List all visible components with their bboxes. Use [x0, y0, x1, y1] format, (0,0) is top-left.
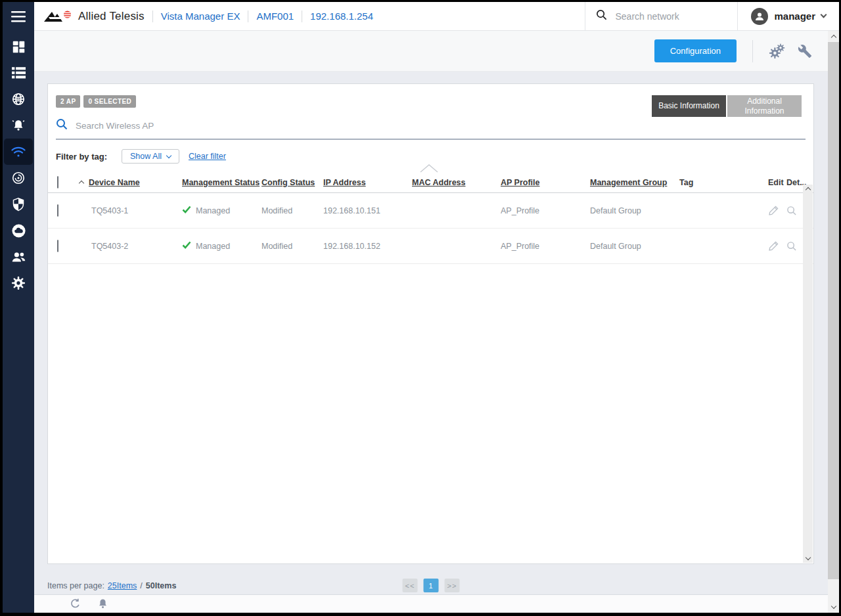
- scrollbar-thumb[interactable]: [828, 42, 839, 579]
- refresh-icon[interactable]: [70, 598, 81, 609]
- sidebar: [3, 2, 34, 613]
- management-status-cell: Managed: [196, 242, 230, 251]
- allied-telesis-logo: Allied Telesis: [43, 9, 145, 24]
- row-checkbox[interactable]: [57, 204, 58, 217]
- window-scrollbar[interactable]: [828, 31, 839, 613]
- sidebar-item-settings[interactable]: [4, 270, 33, 296]
- select-all-checkbox[interactable]: [57, 176, 58, 188]
- logo-mark-icon: [43, 9, 74, 24]
- divider: [152, 11, 153, 22]
- sidebar-item-security[interactable]: [4, 191, 33, 217]
- info-tabs: Basic Information Additional Information: [652, 95, 802, 117]
- network-name: AMF001: [256, 11, 294, 22]
- dashboard-icon: [12, 40, 26, 54]
- divider: [302, 11, 302, 22]
- table-scrollbar[interactable]: [803, 185, 813, 563]
- bell-icon[interactable]: [98, 598, 108, 609]
- edit-pencil-icon[interactable]: [768, 205, 786, 216]
- column-header-ap-profile[interactable]: AP Profile: [501, 178, 590, 187]
- topbar: Allied Telesis Vista Manager EX AMF001 1…: [34, 2, 839, 31]
- managed-check-icon: [182, 206, 191, 215]
- search-wireless-ap-input[interactable]: [76, 121, 806, 131]
- scrollbar-down-button[interactable]: [828, 602, 839, 613]
- sidebar-item-sdwan[interactable]: [4, 165, 33, 191]
- filter-by-tag-label: Filter by tag:: [56, 152, 107, 162]
- details-magnifier-icon[interactable]: [786, 206, 804, 216]
- sidebar-item-events[interactable]: [4, 112, 33, 139]
- wireless-ap-search: [56, 118, 806, 140]
- security-shield-icon: [12, 197, 25, 211]
- wrench-icon[interactable]: [798, 44, 812, 58]
- column-header-edit: Edit: [768, 178, 786, 187]
- page-1-button[interactable]: 1: [424, 579, 439, 592]
- menu-icon[interactable]: [3, 2, 34, 31]
- popover-caret-icon: [420, 164, 438, 175]
- cloud-icon: [11, 223, 26, 238]
- device-name-cell: TQ5403-2: [77, 242, 182, 251]
- table-row: TQ5403-2 Managed Modified 192.168.10.152…: [48, 229, 813, 264]
- controller-ip: 192.168.1.254: [310, 11, 373, 22]
- clear-filter-link[interactable]: Clear filter: [189, 152, 226, 161]
- column-header-mac-address[interactable]: MAC Address: [412, 178, 501, 187]
- sort-ascending-icon: [79, 181, 84, 186]
- user-menu[interactable]: manager: [737, 2, 839, 30]
- user-management-icon: [11, 251, 26, 263]
- previous-page-button[interactable]: <<: [403, 579, 418, 592]
- sidebar-item-cloud[interactable]: [4, 217, 33, 244]
- network-search: [585, 2, 737, 30]
- items-per-page-25-link[interactable]: 25Items: [108, 581, 137, 590]
- column-header-management-status[interactable]: Management Status: [182, 178, 261, 187]
- management-group-cell: Default Group: [590, 242, 679, 251]
- page-toolbar: Configuration: [34, 31, 828, 72]
- network-map-icon: [11, 92, 26, 106]
- column-header-ip-address[interactable]: IP Address: [323, 178, 412, 187]
- tag-filter-value: Show All: [130, 152, 162, 161]
- device-name-cell: TQ5403-1: [77, 206, 182, 215]
- management-group-cell: Default Group: [590, 206, 679, 215]
- sidebar-item-user-management[interactable]: [4, 244, 33, 270]
- sdwan-target-icon: [11, 171, 26, 185]
- config-status-cell: Modified: [261, 206, 323, 215]
- column-header-management-group[interactable]: Management Group: [590, 178, 679, 187]
- footer-bar: [34, 594, 828, 613]
- config-status-cell: Modified: [261, 242, 323, 251]
- column-header-config-status[interactable]: Config Status: [261, 178, 323, 187]
- main-area: Configuration 2 AP 0 SELECTED: [34, 31, 828, 613]
- sidebar-item-wireless[interactable]: [4, 139, 33, 165]
- search-network-input[interactable]: [615, 11, 714, 22]
- scroll-down-icon: [830, 604, 836, 609]
- search-icon: [596, 9, 607, 23]
- events-bell-icon: [11, 118, 26, 133]
- column-header-device-name[interactable]: Device Name: [89, 178, 140, 187]
- items-per-page-label: Items per page:: [47, 581, 104, 590]
- user-avatar-icon: [751, 8, 768, 25]
- ap-profile-cell: AP_Profile: [501, 242, 590, 251]
- tab-additional-information[interactable]: Additional Information: [727, 95, 802, 117]
- settings-gears-icon[interactable]: [769, 43, 786, 59]
- app-title: Vista Manager EX: [161, 11, 240, 22]
- app-window: Allied Telesis Vista Manager EX AMF001 1…: [0, 0, 841, 616]
- next-page-button[interactable]: >>: [445, 579, 460, 592]
- managed-check-icon: [182, 241, 191, 251]
- chevron-down-icon: [821, 12, 827, 18]
- scrollbar-up-button[interactable]: [828, 31, 839, 42]
- scroll-up-icon[interactable]: [805, 187, 810, 192]
- scroll-down-icon[interactable]: [805, 555, 810, 560]
- separator: /: [140, 581, 142, 590]
- row-checkbox[interactable]: [57, 240, 58, 252]
- sidebar-item-network-map[interactable]: [4, 86, 33, 112]
- scroll-up-icon: [830, 35, 836, 40]
- tag-filter-dropdown[interactable]: Show All: [122, 149, 179, 164]
- configuration-button[interactable]: Configuration: [654, 39, 737, 62]
- table-header-row: Device Name Management Status Config Sta…: [48, 172, 813, 193]
- details-magnifier-icon[interactable]: [786, 241, 804, 252]
- edit-pencil-icon[interactable]: [768, 240, 786, 252]
- management-status-cell: Managed: [196, 206, 230, 215]
- sidebar-item-asset-management[interactable]: [4, 60, 33, 86]
- tab-basic-information[interactable]: Basic Information: [652, 95, 726, 117]
- ip-address-cell: 192.168.10.151: [323, 206, 412, 215]
- divider: [248, 11, 248, 22]
- ap-count-badge: 2 AP: [56, 95, 80, 108]
- sidebar-item-dashboard[interactable]: [4, 33, 33, 60]
- device-list-icon: [12, 67, 26, 79]
